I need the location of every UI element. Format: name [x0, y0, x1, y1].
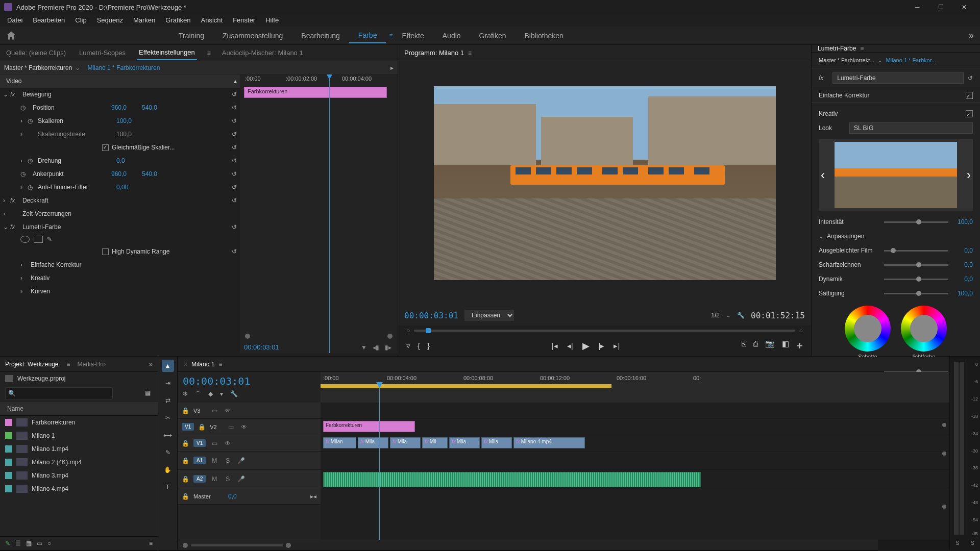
- search-input[interactable]: [5, 387, 113, 400]
- zoom-handle-right[interactable]: [286, 543, 291, 548]
- saettigung-value[interactable]: 100,0: [952, 290, 973, 297]
- timeline-ruler[interactable]: :00:00 00:00:04:00 00:00:08:00 00:00:12:…: [321, 372, 949, 403]
- new-item-icon[interactable]: ▦: [143, 387, 153, 400]
- zoom-slider-icon[interactable]: ○: [47, 540, 51, 547]
- ec-timecode[interactable]: 00:00:03:01: [244, 343, 279, 351]
- master-val[interactable]: 0,0: [228, 493, 237, 500]
- twist-icon[interactable]: ›: [3, 210, 10, 217]
- zoom-handle-left[interactable]: [183, 543, 188, 548]
- caret-icon[interactable]: ⌄: [75, 64, 80, 71]
- reset-icon[interactable]: ↺: [232, 104, 237, 111]
- clip-video[interactable]: fxMilano 4.mp4: [513, 437, 585, 448]
- stopwatch-icon[interactable]: ◷: [28, 184, 35, 191]
- stopwatch-icon[interactable]: ◷: [20, 104, 30, 111]
- twist-icon[interactable]: ⌄: [3, 223, 10, 231]
- menu-marken[interactable]: Marken: [128, 14, 160, 27]
- timeline-timecode[interactable]: 00:00:03:01: [183, 375, 315, 387]
- reset-icon[interactable]: ↺: [232, 223, 237, 231]
- caret-icon[interactable]: ⌄: [877, 57, 883, 64]
- intensitaet-slider[interactable]: [884, 221, 948, 223]
- prop-kreativ[interactable]: Kreativ: [28, 274, 109, 282]
- camera-icon[interactable]: 📷: [765, 339, 775, 353]
- einfache-checkbox[interactable]: [966, 92, 973, 99]
- ws-menu-icon[interactable]: ≡: [389, 32, 393, 39]
- track-a2[interactable]: A2: [193, 475, 206, 483]
- maximize-button[interactable]: ☐: [929, 0, 952, 14]
- lock-icon[interactable]: 🔒: [182, 407, 189, 414]
- scrub-head[interactable]: [426, 328, 431, 333]
- ws-training[interactable]: Training: [169, 29, 213, 43]
- reset-icon[interactable]: ↺: [232, 91, 237, 98]
- solo-right[interactable]: S: [971, 540, 974, 546]
- lock-icon[interactable]: 🔒: [182, 493, 189, 500]
- prop-zeit[interactable]: Zeit-Verzerrungen: [19, 210, 101, 217]
- clip-video[interactable]: fxMil: [422, 437, 448, 448]
- play-mini-icon[interactable]: ▸: [390, 64, 394, 71]
- asset-row[interactable]: Milano 1.mp4: [0, 442, 158, 456]
- mute-icon[interactable]: M: [210, 475, 219, 483]
- clip-video[interactable]: fxMilan: [323, 437, 356, 448]
- panel-menu-icon[interactable]: ≡: [207, 49, 211, 57]
- solo-icon[interactable]: S: [223, 457, 232, 464]
- dynamik-slider[interactable]: [884, 279, 948, 280]
- look-select[interactable]: SL BIG: [849, 122, 973, 134]
- step-back-icon[interactable]: ◂▮: [373, 344, 379, 351]
- compare-icon[interactable]: ◧: [782, 339, 789, 353]
- stopwatch-icon[interactable]: ◷: [20, 170, 30, 178]
- clip-audio[interactable]: [323, 472, 701, 487]
- reset-icon[interactable]: ↺: [232, 170, 237, 178]
- overflow-icon[interactable]: »: [149, 361, 153, 368]
- playhead[interactable]: [329, 74, 330, 353]
- ws-audio[interactable]: Audio: [433, 29, 470, 43]
- zoom-select[interactable]: Einpassen: [464, 310, 514, 321]
- effect-timeline[interactable]: :00:00 :00:00:02:00 00:00:04:00 Farbkorr…: [240, 74, 398, 353]
- master-link[interactable]: Master * Farbkorrekturen: [4, 64, 72, 71]
- step-back-icon[interactable]: ◂|: [567, 341, 573, 350]
- scharf-value[interactable]: 0,0: [952, 261, 973, 268]
- mask-ellipse-icon[interactable]: [20, 236, 30, 243]
- clip-video[interactable]: fxMila: [481, 437, 512, 448]
- dynamik-value[interactable]: 0,0: [952, 276, 973, 283]
- stopwatch-icon[interactable]: ◷: [28, 117, 35, 124]
- reset-icon[interactable]: ↺: [968, 74, 973, 82]
- panel-menu-icon[interactable]: ≡: [67, 361, 70, 368]
- in-point-icon[interactable]: {: [418, 341, 420, 350]
- marker-icon[interactable]: ◆: [208, 390, 213, 399]
- voice-icon[interactable]: 🎤: [236, 457, 246, 464]
- lum-kreativ[interactable]: Kreativ: [819, 110, 966, 117]
- twist-icon[interactable]: ›: [20, 261, 28, 268]
- ws-biblio[interactable]: Bibliotheken: [516, 29, 573, 43]
- mask-pen-icon[interactable]: ✎: [47, 236, 52, 243]
- program-viewer[interactable]: [398, 61, 811, 305]
- current-timecode[interactable]: 00:00:03:01: [404, 311, 458, 320]
- ausgebl-slider[interactable]: [884, 250, 948, 252]
- tab-quelle[interactable]: Quelle: (keine Clips): [4, 46, 68, 60]
- eye-icon[interactable]: 👁: [239, 423, 249, 431]
- lock-icon[interactable]: 🔒: [198, 423, 206, 431]
- ws-farbe[interactable]: Farbe: [349, 28, 386, 43]
- clip-video[interactable]: fxMila: [358, 437, 388, 448]
- menu-grafiken[interactable]: Grafiken: [160, 14, 195, 27]
- antiflimmer-val[interactable]: 0,00: [116, 184, 147, 191]
- clip-adjustment[interactable]: Farbkorrekturen: [323, 421, 415, 432]
- clip-video[interactable]: fxMila: [449, 437, 480, 448]
- twist-icon[interactable]: ⌄: [819, 233, 824, 240]
- menu-bearbeiten[interactable]: Bearbeiten: [28, 14, 70, 27]
- ws-overflow-icon[interactable]: »: [969, 30, 974, 41]
- saettigung-slider[interactable]: [884, 293, 948, 294]
- reset-icon[interactable]: ↺: [232, 131, 237, 138]
- track-v3[interactable]: V3: [193, 408, 206, 414]
- menu-hilfe[interactable]: Hilfe: [260, 14, 284, 27]
- linked-sel-icon[interactable]: ⌒: [195, 390, 201, 399]
- razor-tool[interactable]: ✂: [162, 412, 174, 424]
- tab-scopes[interactable]: Lumetri-Scopes: [77, 46, 128, 60]
- filter-icon[interactable]: ▼: [361, 344, 367, 351]
- ripple-tool[interactable]: ⇄: [162, 394, 174, 407]
- home-icon[interactable]: [6, 31, 16, 41]
- source-v1[interactable]: V1: [182, 423, 194, 431]
- ws-effekte[interactable]: Effekte: [393, 29, 433, 43]
- twist-icon[interactable]: ›: [20, 184, 28, 191]
- twist-icon[interactable]: ⌄: [3, 91, 10, 98]
- freeform-icon[interactable]: ▭: [37, 540, 42, 547]
- twist-icon[interactable]: ›: [20, 288, 28, 295]
